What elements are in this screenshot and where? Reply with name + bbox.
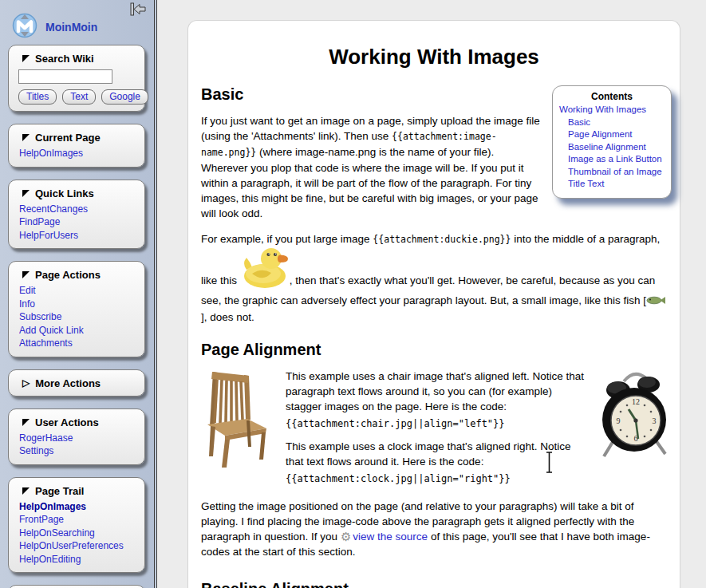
toc-link-basic[interactable]: Basic xyxy=(559,116,665,129)
svg-text:9: 9 xyxy=(617,416,621,425)
wiki-logo-text[interactable]: MoinMoin xyxy=(45,21,97,34)
panel-quick-links: Quick Links RecentChanges FindPage HelpF… xyxy=(8,180,145,250)
panel-page-actions: Page Actions Edit Info Subscribe Add Qui… xyxy=(8,261,145,357)
basic-p2-inline-code: {{attachment:duckie.png}} xyxy=(373,234,511,245)
panel-user-actions: User Actions RogerHaase Settings xyxy=(8,408,145,465)
expanded-triangle-icon xyxy=(22,419,30,426)
clock-code: {{attachment:clock.jpg||align="right"}} xyxy=(219,472,667,486)
panel-page-trail-title: Page Trail xyxy=(35,485,84,497)
panel-page-actions-header[interactable]: Page Actions xyxy=(17,269,138,281)
page-alignment-section: 123 69 This example uses a chair image t… xyxy=(201,369,667,486)
sidebar-link-attachments[interactable]: Attachments xyxy=(19,337,138,350)
panel-current-page-title: Current Page xyxy=(35,132,101,144)
basic-p2-text-d: ], does not. xyxy=(201,311,254,323)
expanded-triangle-icon xyxy=(22,271,30,278)
fish-image xyxy=(646,296,666,308)
trail-link-frontpage[interactable]: FrontPage xyxy=(19,513,138,527)
contents-box: Contents Working With Images Basic Page … xyxy=(552,85,672,199)
expanded-triangle-icon xyxy=(22,134,30,141)
panel-page-actions-title: Page Actions xyxy=(35,269,101,281)
panel-page-trail-header[interactable]: Page Trail xyxy=(17,485,138,497)
sidebar-link-settings[interactable]: Settings xyxy=(19,444,138,458)
positioning-paragraph: Getting the image positioned on the page… xyxy=(201,494,667,559)
search-titles-button[interactable]: Titles xyxy=(18,89,57,105)
moinmoin-logo-icon xyxy=(10,9,39,45)
text-cursor xyxy=(545,452,554,476)
panel-more-actions-header[interactable]: ▷ More Actions xyxy=(17,377,138,389)
collapse-sidebar-icon[interactable] xyxy=(128,2,148,18)
panel-user-actions-title: User Actions xyxy=(35,416,99,428)
panel-quick-links-header[interactable]: Quick Links xyxy=(17,187,138,199)
expanded-triangle-icon xyxy=(22,487,30,495)
sidebar-link-helponimages[interactable]: HelpOnImages xyxy=(19,147,138,160)
basic-p2-text-a: For example, if you put large image xyxy=(201,233,373,245)
panel-page-contents: Page Contents Working With Images Basic … xyxy=(8,585,145,588)
trail-link-helponuserpreferences[interactable]: HelpOnUserPreferences xyxy=(19,539,138,553)
panel-search-wiki: Search Wiki Titles Text Google xyxy=(8,45,145,112)
basic-paragraph-2: For example, if you put large image {{at… xyxy=(201,231,667,325)
sidebar-link-add-quick-link[interactable]: Add Quick Link xyxy=(19,324,138,337)
trail-link-helponimages[interactable]: HelpOnImages xyxy=(19,500,138,514)
panel-current-page-header[interactable]: Current Page xyxy=(17,132,138,144)
view-the-source-link[interactable]: view the source xyxy=(353,531,428,543)
toc-link-image-as-a-link-button[interactable]: Image as a Link Button xyxy=(559,153,665,166)
toc-link-page-alignment[interactable]: Page Alignment xyxy=(559,128,665,141)
svg-text:12: 12 xyxy=(632,397,640,406)
search-input[interactable] xyxy=(18,69,112,84)
panel-quick-links-title: Quick Links xyxy=(35,187,94,199)
sidebar-link-edit[interactable]: Edit xyxy=(19,284,138,298)
panel-user-actions-header[interactable]: User Actions xyxy=(17,416,138,428)
collapsed-triangle-icon: ▷ xyxy=(22,379,30,387)
panel-search-wiki-title: Search Wiki xyxy=(35,53,94,65)
search-google-button[interactable]: Google xyxy=(101,89,148,105)
page-content: Working With Images Contents Working Wit… xyxy=(187,20,680,588)
svg-text:3: 3 xyxy=(653,416,657,425)
sidebar-link-info[interactable]: Info xyxy=(19,298,138,311)
sidebar: MoinMoin Search Wiki Titles Text Google … xyxy=(0,0,157,588)
toc-link-working-with-images[interactable]: Working With Images xyxy=(559,104,665,116)
toc-link-title-text[interactable]: Title Text xyxy=(559,178,665,191)
expanded-triangle-icon xyxy=(22,190,30,197)
gear-icon: ⚙ xyxy=(341,530,351,543)
panel-current-page: Current Page HelpOnImages xyxy=(8,124,145,168)
trail-link-helponediting[interactable]: HelpOnEditing xyxy=(19,553,138,566)
panel-page-trail: Page Trail HelpOnImages FrontPage HelpOn… xyxy=(8,477,145,574)
heading-page-alignment: Page Alignment xyxy=(201,341,667,359)
sidebar-link-rogerhaase[interactable]: RogerHaase xyxy=(19,432,138,445)
sidebar-link-helpforusers[interactable]: HelpForUsers xyxy=(19,229,138,243)
expanded-triangle-icon xyxy=(22,55,30,62)
heading-baseline-alignment: Baseline Alignment xyxy=(201,580,667,588)
panel-search-wiki-header[interactable]: Search Wiki xyxy=(17,53,138,65)
panel-more-actions-title: More Actions xyxy=(35,377,101,389)
contents-box-title: Contents xyxy=(559,91,665,102)
chair-image xyxy=(201,370,271,474)
page-title: Working With Images xyxy=(201,45,667,69)
sidebar-link-subscribe[interactable]: Subscribe xyxy=(19,310,138,324)
search-text-button[interactable]: Text xyxy=(62,89,96,105)
toc-link-baseline-alignment[interactable]: Baseline Alignment xyxy=(559,141,665,154)
sidebar-link-findpage[interactable]: FindPage xyxy=(19,215,138,229)
duckie-image xyxy=(242,279,288,291)
trail-link-helponsearching[interactable]: HelpOnSearching xyxy=(19,527,138,540)
panel-more-actions: ▷ More Actions xyxy=(8,369,145,397)
toc-link-thumbnail-of-an-image[interactable]: Thumbnail of an Image xyxy=(559,166,665,179)
sidebar-link-recentchanges[interactable]: RecentChanges xyxy=(19,203,138,216)
clock-image: 123 69 xyxy=(598,369,669,463)
